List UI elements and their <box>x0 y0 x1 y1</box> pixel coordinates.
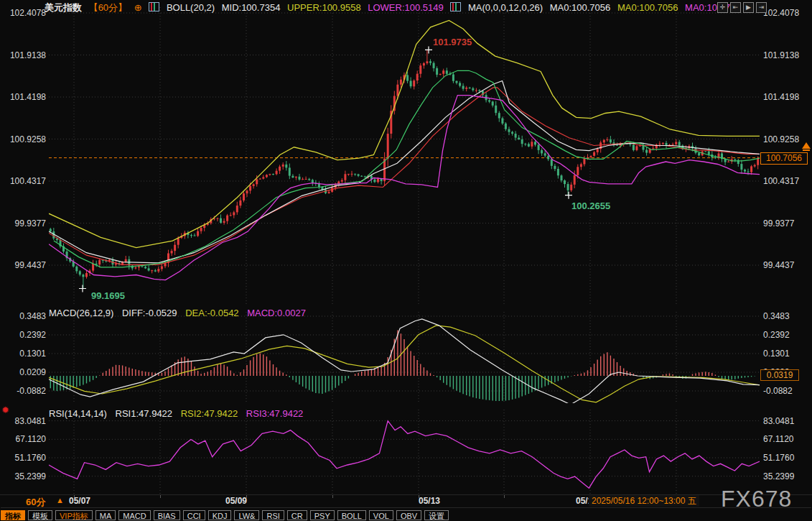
indicator-toolbar: 指标模板VIP指标MAMACDBIASCCIKDJLW&RSICRPSYBOLL… <box>1 507 811 521</box>
axis-tick <box>332 495 333 498</box>
toolbar-button-CCI[interactable]: CCI <box>183 510 205 520</box>
toolbar-button-设置[interactable]: 设置 <box>424 510 449 520</box>
axis-value-label: 0.1301 <box>763 349 790 359</box>
axis-value-label: 51.1760 <box>763 453 794 463</box>
axis-value-label: -0.0882 <box>17 386 46 396</box>
rsi1-value: RSI1:47.9422 <box>116 408 173 419</box>
date-label: 05/09 <box>225 496 247 506</box>
gridlines <box>49 410 760 494</box>
macd-diff-value: DIFF:-0.0529 <box>122 308 177 318</box>
axis-value-label: 67.1120 <box>763 434 794 444</box>
macd-histogram <box>50 331 755 401</box>
axis-value-label: 0.3483 <box>19 311 46 321</box>
axis-value-label: 35.2399 <box>763 471 794 481</box>
footer-timeframe[interactable]: 60分 <box>26 496 45 509</box>
axis-value-label: 102.4078 <box>763 8 799 18</box>
axis-value-label: 99.4437 <box>763 260 794 270</box>
axis-value-label: 0.0209 <box>19 367 46 377</box>
boll-lower-value: LOWER:100.5149 <box>368 2 444 13</box>
macd-current-tag: 0.0319 <box>760 369 799 381</box>
timeframe-badge[interactable]: 【60分】 <box>89 2 127 13</box>
boll-upper-value: UPPER:100.9558 <box>287 2 361 13</box>
axis-value-label: 83.0481 <box>763 416 794 426</box>
axis-value-label: 101.9138 <box>763 50 799 60</box>
extreme-marker: 99.1695 <box>79 285 125 301</box>
axis-value-label: 83.0481 <box>15 416 46 426</box>
move-icon[interactable]: ✛ <box>717 2 728 13</box>
toolbar-button-BIAS[interactable]: BIAS <box>154 510 180 520</box>
boll-mid-value: MID:100.7354 <box>222 2 281 13</box>
ma0-yellow-value: MA0:100.7056 <box>617 2 678 13</box>
axis-value-label: 99.9377 <box>763 218 794 229</box>
axis-value-label: 100.4317 <box>763 176 799 186</box>
svg-text:101.9735: 101.9735 <box>433 37 472 47</box>
toolbar-button-BOLL[interactable]: BOLL <box>337 510 366 520</box>
toolbar-button-MA[interactable]: MA <box>95 510 116 520</box>
add-indicator-icon[interactable]: ⊕ <box>134 2 142 13</box>
axis-value-label: 67.1120 <box>16 434 47 444</box>
ma-label: MA(0,0,0,12,0,26) <box>468 2 543 13</box>
axis-value-label: 100.9258 <box>10 134 46 144</box>
axis-value-label: 102.4078 <box>10 8 46 18</box>
svg-text:99.1695: 99.1695 <box>91 290 125 301</box>
ma-indicator-icon[interactable] <box>450 2 461 11</box>
pan-right-icon[interactable]: ▶ <box>743 2 754 13</box>
price-marker-icon <box>802 142 811 149</box>
toolbar-button-指标[interactable]: 指标 <box>1 510 25 520</box>
macd-dea-value: DEA:-0.0542 <box>185 308 238 318</box>
toolbar-button-模板[interactable]: 模板 <box>28 510 52 520</box>
macd-chart[interactable] <box>49 312 760 403</box>
date-label: 05/07 <box>69 496 90 506</box>
boll-label: BOLL(20,2) <box>167 2 215 13</box>
pan-left-icon[interactable]: ⇤ <box>730 2 741 13</box>
svg-text:100.2655: 100.2655 <box>571 200 610 211</box>
alert-sun-icon: ✹ <box>1 405 9 415</box>
toolbar-button-RSI[interactable]: RSI <box>262 510 284 520</box>
ma0-white-value: MA0:100.7056 <box>550 2 611 13</box>
axis-value-label: 51.1760 <box>15 453 46 463</box>
trading-chart-app: 美元指数 【60分】 ⊕ BOLL(20,2) MID:100.7354 UPP… <box>0 0 812 521</box>
toolbar-button-LW&[interactable]: LW& <box>234 510 259 520</box>
rsi2-value: RSI2:47.9422 <box>181 408 238 419</box>
gridlines <box>49 7 760 304</box>
macd-label: MACD(26,12,9) <box>49 308 113 318</box>
axis-value-label: 0.3483 <box>763 311 790 321</box>
axis-value-label: 101.4198 <box>763 92 799 102</box>
boll-indicator-icon[interactable] <box>149 2 159 11</box>
toolbar-button-VIP指标[interactable]: VIP指标 <box>55 510 93 520</box>
toolbar-button-VOL[interactable]: VOL <box>369 510 393 520</box>
chart-header: 美元指数 【60分】 ⊕ BOLL(20,2) MID:100.7354 UPP… <box>45 1 739 14</box>
rsi-chart[interactable] <box>49 410 760 494</box>
toolbar-button-KDJ[interactable]: KDJ <box>208 510 232 520</box>
macd-header: MACD(26,12,9) DIFF:-0.0529 DEA:-0.0542 M… <box>49 308 312 318</box>
axis-value-label: -0.0882 <box>763 386 793 396</box>
candles[interactable] <box>50 50 759 288</box>
candle-tooltip: 2025/05/16 12:00~13:00 五 <box>589 495 699 507</box>
rsi-label: RSI(14,14,14) <box>49 408 107 419</box>
price-chart[interactable]: 101.9735100.265599.1695 <box>49 7 760 304</box>
toolbar-button-CR[interactable]: CR <box>287 510 307 520</box>
date-label: 05/13 <box>419 496 440 506</box>
axis-value-label: 0.2392 <box>19 330 46 340</box>
toolbar-button-PSY[interactable]: PSY <box>310 510 335 520</box>
current-price-tag: 100.7056 <box>760 152 808 165</box>
axis-value-label: 0.2392 <box>763 330 790 340</box>
rsi-header: RSI(14,14,14) RSI1:47.9422 RSI2:47.9422 … <box>49 408 309 419</box>
macd-value: MACD:0.0027 <box>247 308 306 318</box>
axis-tick <box>504 495 505 498</box>
axis-value-label: 99.9377 <box>15 218 46 229</box>
toolbar-button-OBV[interactable]: OBV <box>396 510 421 520</box>
timeframe-up-icon[interactable]: ▲ <box>56 496 64 504</box>
window-controls: ✛ ⇤ ▶ ⇥ <box>717 2 767 13</box>
toolbar-button-MACD[interactable]: MACD <box>118 510 150 520</box>
extreme-marker: 101.9735 <box>425 37 472 53</box>
axis-tick <box>160 495 161 498</box>
axis-value-label: 0.1301 <box>19 349 46 359</box>
brand-watermark: FX678 <box>721 486 792 512</box>
restore-icon[interactable]: ⇥ <box>756 2 767 13</box>
axis-value-label: 35.2399 <box>15 471 46 481</box>
axis-value-label: 100.9258 <box>763 134 799 144</box>
axis-value-label: 99.4437 <box>15 260 46 270</box>
extreme-marker: 100.2655 <box>565 192 610 211</box>
axis-value-label: 101.9138 <box>10 50 46 60</box>
